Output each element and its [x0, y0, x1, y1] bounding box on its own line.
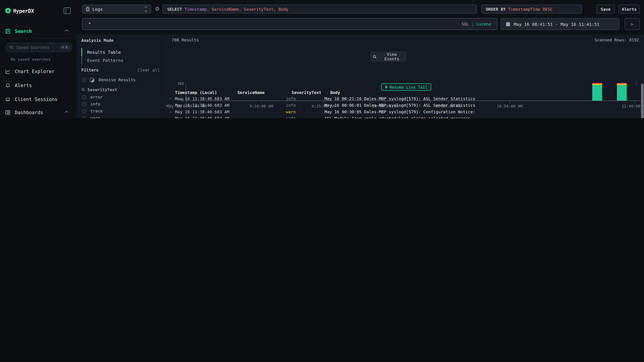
filter-label: warn [90, 116, 100, 118]
expand-row-icon[interactable]: > [169, 110, 175, 114]
analysis-mode-label: Analysis Mode [81, 38, 114, 43]
table-options-icon[interactable]: ⋮ [634, 81, 639, 85]
severity-filter-warn[interactable]: warn [82, 115, 100, 118]
source-settings-gear-icon[interactable]: ⚙ [154, 6, 160, 12]
expand-row-icon[interactable]: > [169, 103, 175, 107]
dashboards-icon [5, 110, 10, 115]
sidebar-item-label: Chart Explorer [15, 68, 54, 74]
search-page-icon [5, 29, 10, 34]
logs-source-icon [86, 6, 90, 11]
checkbox[interactable] [82, 78, 86, 82]
log-row[interactable]: >May 16 11:38:40.683 AMinfoMay 16 00:21:… [166, 95, 644, 102]
select-chevrons-icon [145, 6, 147, 11]
field-name: SeverityText [88, 87, 117, 92]
sidebar-item-client-sessions[interactable]: Client Sessions [0, 94, 77, 104]
lang-separator: | [472, 22, 474, 26]
resume-live-tail-label: Resume Live Tail [390, 85, 427, 89]
bell-icon [5, 83, 10, 88]
scrollbar-thumb[interactable] [641, 84, 643, 118]
saved-searches-search[interactable]: ⌘ K [5, 43, 72, 52]
select-query: SELECT Timestamp, ServiceName, SeverityT… [167, 7, 288, 11]
results-count: 708 Results [172, 38, 199, 42]
scrollbar[interactable] [641, 82, 644, 118]
sidebar-item-alerts[interactable]: Alerts [0, 80, 77, 90]
sidebar-item-label: Dashboards [15, 109, 43, 115]
search-query-box[interactable]: SQL|Lucene [82, 18, 497, 30]
source-select-value: Logs [92, 6, 103, 11]
lang-sql[interactable]: SQL [462, 22, 469, 26]
denoise-icon [90, 77, 94, 82]
brand-row: HyperDX [5, 7, 73, 14]
row-severity: info [286, 116, 324, 118]
collapse-sidebar-icon[interactable] [64, 7, 70, 14]
mode-event-patterns[interactable]: Event Patterns [81, 56, 124, 64]
laptop-icon [5, 97, 10, 102]
sidebar-item-label: Alerts [15, 82, 32, 88]
row-body: May 16 00:30:05 Dales-MBP syslogd[579]: … [324, 110, 644, 114]
checkbox[interactable] [82, 109, 86, 113]
col-severitytext[interactable]: SeverityText [292, 90, 330, 95]
severity-field-row[interactable]: SeverityText [81, 87, 117, 92]
search-icon [373, 55, 377, 59]
col-timestamp[interactable]: Timestamp (Local) [175, 90, 237, 95]
date-range-picker[interactable]: May 16 08:41:51 - May 16 11:41:51 [501, 18, 620, 30]
sidebar: HyperDX Search ⌘ K No saved searches Cha… [0, 0, 77, 118]
hyperdx-logo-icon [5, 8, 11, 14]
sidebar-item-label: Search [15, 28, 32, 34]
row-severity: info [286, 103, 324, 107]
save-button[interactable]: Save [596, 4, 615, 13]
lang-lucene[interactable]: Lucene [476, 22, 491, 26]
filters-panel: Analysis Mode Results Table Event Patter… [77, 34, 166, 118]
orderby-query-input[interactable]: ORDER BY TimestampTime DESC [482, 4, 582, 13]
bar-segment-warn [617, 83, 627, 85]
log-row[interactable]: >May 16 11:38:40.683 AMwarnMay 16 00:30:… [166, 109, 644, 115]
clear-all-button[interactable]: Clear all [138, 68, 160, 72]
sidebar-item-label: Client Sessions [15, 96, 58, 102]
severity-filter-trace[interactable]: trace [82, 108, 103, 114]
view-events-label: View Events [380, 52, 404, 61]
view-events-button[interactable]: View Events [370, 51, 406, 62]
severity-filter-error[interactable]: error [82, 94, 103, 100]
expand-row-icon[interactable]: > [169, 96, 175, 101]
log-row[interactable]: >May 16 11:38:40.683 AMinfoMay 16 00:06:… [166, 102, 644, 109]
col-servicename[interactable]: ServiceName [237, 90, 292, 95]
log-row[interactable]: >May 16 11:38:40.683 AMinfoASL Module "c… [166, 115, 644, 118]
alerts-button[interactable]: Alerts [618, 4, 640, 13]
topbar: Logs ⚙ SELECT Timestamp, ServiceName, Se… [77, 0, 644, 35]
source-select[interactable]: Logs [82, 4, 151, 13]
filter-label: info [90, 102, 100, 106]
results-area: 708 Results Scanned Rows: 8192 360 0 May… [166, 34, 644, 118]
row-timestamp: May 16 11:38:40.683 AM [175, 110, 232, 114]
chart-explorer-icon [5, 69, 10, 74]
row-severity: info [286, 96, 324, 101]
severity-filter-info[interactable]: info [82, 101, 100, 107]
run-query-button[interactable]: ▷ [625, 18, 640, 30]
mode-results-table[interactable]: Results Table [81, 48, 121, 56]
row-body: May 16 00:06:01 Dales-MBP syslogd[579]: … [324, 103, 644, 107]
scanned-rows: Scanned Rows: 8192 [595, 38, 639, 42]
checkbox[interactable] [82, 116, 86, 118]
col-body[interactable]: Body [330, 90, 644, 95]
search-query-input[interactable] [88, 21, 462, 27]
sidebar-item-search[interactable]: Search [0, 26, 77, 36]
kbd-shortcut: ⌘ K [59, 45, 70, 50]
row-timestamp: May 16 11:38:40.683 AM [175, 116, 232, 118]
saved-searches-input[interactable] [16, 45, 59, 50]
checkbox[interactable] [82, 95, 86, 99]
bar-segment-warn [592, 83, 602, 85]
expand-row-icon[interactable]: > [169, 116, 175, 118]
chevron-up-icon[interactable] [65, 29, 68, 33]
select-query-input[interactable]: SELECT Timestamp, ServiceName, SeverityT… [162, 4, 477, 13]
row-body: May 16 00:21:16 Dales-MBP syslogd[579]: … [324, 96, 644, 101]
chevron-up-icon[interactable] [65, 111, 68, 114]
denoise-results-filter[interactable]: Denoise Results [82, 77, 136, 83]
divider [0, 38, 77, 39]
app-title: HyperDX [13, 8, 34, 14]
checkbox[interactable] [82, 102, 86, 106]
lightning-icon [385, 85, 388, 89]
no-saved-searches-note: No saved searches [11, 57, 51, 62]
sidebar-item-chart-explorer[interactable]: Chart Explorer [0, 66, 77, 76]
sidebar-item-dashboards[interactable]: Dashboards [0, 107, 77, 117]
table-header: Timestamp (Local) ServiceName SeverityTe… [166, 89, 644, 96]
mode-label: Event Patterns [87, 58, 124, 63]
